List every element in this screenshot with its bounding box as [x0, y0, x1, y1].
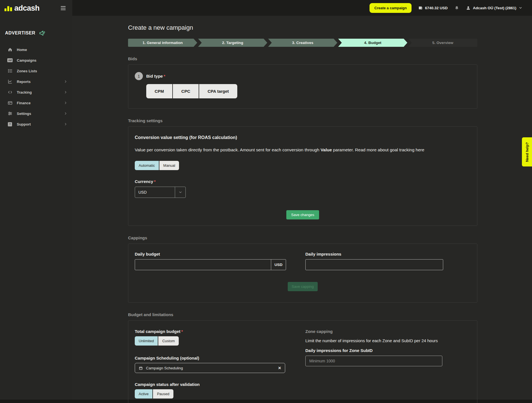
currency-suffix: USD: [271, 260, 286, 270]
main-area: Create a campaign 6740.32 USD Adcash OÜ …: [72, 0, 532, 400]
chevron-down-icon: [519, 6, 522, 10]
chevron-right-icon: [64, 91, 67, 94]
create-campaign-button[interactable]: Create a campaign: [370, 3, 412, 13]
need-help-tab[interactable]: Need help?: [522, 137, 532, 166]
chevron-right-icon: [64, 122, 67, 126]
step-creatives[interactable]: 3. Creatives: [268, 39, 337, 47]
conversion-value-heading: Conversion value setting (for ROAS calcu…: [135, 135, 471, 140]
sidebar-item-label: Tracking: [17, 90, 32, 94]
sidebar: adcash ADVERTISER Home: [0, 0, 72, 400]
mode-manual-button[interactable]: Manual: [159, 161, 179, 170]
logo-bars-icon: [4, 6, 12, 12]
chevron-down-icon: [175, 187, 185, 198]
account-name: Adcash OÜ (Test) (2861): [473, 6, 516, 10]
bid-type-cpa-target-button[interactable]: CPA target: [199, 84, 237, 98]
bid-type-options: CPM CPC CPA target: [146, 84, 237, 98]
account-menu[interactable]: Adcash OÜ (Test) (2861): [466, 6, 522, 10]
balance-menu[interactable]: 6740.32 USD: [418, 6, 448, 10]
sidebar-item-label: Zones Lists: [17, 69, 37, 73]
zones-lists-icon: [7, 68, 13, 73]
sidebar-item-campaigns[interactable]: Ad Campaigns: [0, 55, 72, 66]
bid-type-cpm-button[interactable]: CPM: [146, 84, 172, 98]
required-marker: *: [154, 179, 156, 184]
save-changes-button[interactable]: Save changes: [286, 210, 319, 219]
tracking-icon: [7, 90, 13, 95]
clear-scheduling-icon[interactable]: ✕: [278, 366, 281, 370]
cappings-heading: Cappings: [128, 235, 477, 240]
sidebar-item-home[interactable]: Home: [0, 44, 72, 55]
save-capping-button[interactable]: Save capping: [288, 282, 318, 291]
step-overview[interactable]: 5. Overview: [408, 39, 477, 47]
user-icon: [466, 6, 471, 10]
budget-unlimited-button[interactable]: Unlimited: [135, 336, 158, 346]
budget-custom-button[interactable]: Custom: [158, 336, 179, 346]
finance-icon: [7, 100, 13, 105]
sidebar-item-settings[interactable]: Settings: [0, 108, 72, 119]
bids-panel: 1 Bid type* CPM CPC CPA target: [128, 64, 477, 109]
notifications-bell-icon[interactable]: [454, 6, 459, 10]
campaign-scheduling-field[interactable]: Campaign Scheduling ✕: [135, 363, 285, 373]
bid-type-label: Bid type*: [146, 74, 165, 78]
campaign-status-label: Campaign status after validation: [135, 382, 285, 387]
campaign-scheduling-label: Campaign Scheduling (optional): [135, 356, 285, 360]
daily-budget-input[interactable]: [135, 260, 271, 270]
support-icon: ?: [7, 122, 13, 126]
calendar-icon: [139, 366, 143, 370]
total-budget-label: Total campaign budget*: [135, 329, 285, 334]
chevron-right-icon: [64, 112, 67, 115]
status-paused-button[interactable]: Paused: [152, 389, 173, 399]
zone-subid-label: Daily impressions for Zone SubID: [305, 348, 471, 353]
chevron-right-icon: [64, 80, 67, 83]
content-column: Create a new campaign 1. General informa…: [128, 24, 477, 403]
sidebar-item-label: Finance: [17, 101, 31, 105]
step-budget[interactable]: 4. Budget: [338, 39, 407, 47]
daily-impressions-label: Daily impressions: [305, 252, 443, 256]
chevron-right-icon: [64, 101, 67, 105]
menu-toggle-icon[interactable]: [60, 5, 67, 11]
step-general-information[interactable]: 1. General information: [128, 39, 197, 47]
daily-budget-label: Daily budget: [135, 252, 286, 256]
required-marker: *: [181, 329, 183, 334]
tracking-settings-heading: Tracking settings: [128, 118, 477, 123]
sidebar-nav: Home Ad Campaigns Zones Lists: [0, 44, 72, 129]
required-marker: *: [164, 74, 165, 78]
conversion-mode-toggle: Automatic Manual: [135, 161, 179, 170]
adcash-logo[interactable]: adcash: [4, 4, 40, 12]
megaphone-icon: [39, 30, 45, 36]
conversion-value-description: Value per conversion taken directly from…: [135, 147, 471, 152]
app-window: adcash ADVERTISER Home: [0, 0, 532, 400]
zone-capping-heading: Zone capping: [305, 329, 471, 334]
campaign-stepper: 1. General information 2. Targeting 3. C…: [128, 39, 477, 47]
sidebar-item-label: Support: [17, 122, 31, 126]
sidebar-item-label: Reports: [17, 80, 31, 84]
sidebar-item-reports[interactable]: Reports: [0, 76, 72, 87]
home-icon: [7, 47, 13, 52]
budget-limitations-panel: Total campaign budget* Unlimited Custom …: [128, 320, 477, 403]
sidebar-item-zones-lists[interactable]: Zones Lists: [0, 66, 72, 76]
cappings-panel: Daily budget USD Daily impressions: [128, 244, 477, 303]
sidebar-item-label: Campaigns: [17, 58, 36, 62]
logo-text: adcash: [14, 4, 40, 12]
step-targeting[interactable]: 2. Targeting: [198, 39, 267, 47]
zone-subid-input[interactable]: [305, 356, 442, 366]
bids-heading: Bids: [128, 56, 477, 61]
tracking-settings-panel: Conversion value setting (for ROAS calcu…: [128, 126, 477, 226]
bid-type-cpc-button[interactable]: CPC: [172, 84, 199, 98]
sidebar-item-support[interactable]: ? Support: [0, 119, 72, 129]
settings-icon: [7, 111, 13, 116]
currency-select[interactable]: USD: [135, 187, 186, 198]
campaign-status-toggle: Active Paused: [135, 389, 173, 399]
zone-capping-description: Limit the number of impressions for each…: [305, 338, 471, 343]
balance-amount: 6740.32 USD: [425, 6, 448, 10]
campaigns-icon: Ad: [7, 58, 13, 62]
portal-row: ADVERTISER: [5, 30, 72, 36]
sidebar-item-finance[interactable]: Finance: [0, 98, 72, 108]
mode-automatic-button[interactable]: Automatic: [135, 161, 159, 170]
need-help-label: Need help?: [525, 142, 529, 162]
daily-impressions-field-group: [305, 259, 443, 270]
sidebar-item-tracking[interactable]: Tracking: [0, 87, 72, 98]
portal-label: ADVERTISER: [5, 31, 35, 36]
currency-label: Currency*: [135, 179, 471, 184]
status-active-button[interactable]: Active: [135, 389, 152, 399]
daily-impressions-input[interactable]: [306, 260, 443, 270]
